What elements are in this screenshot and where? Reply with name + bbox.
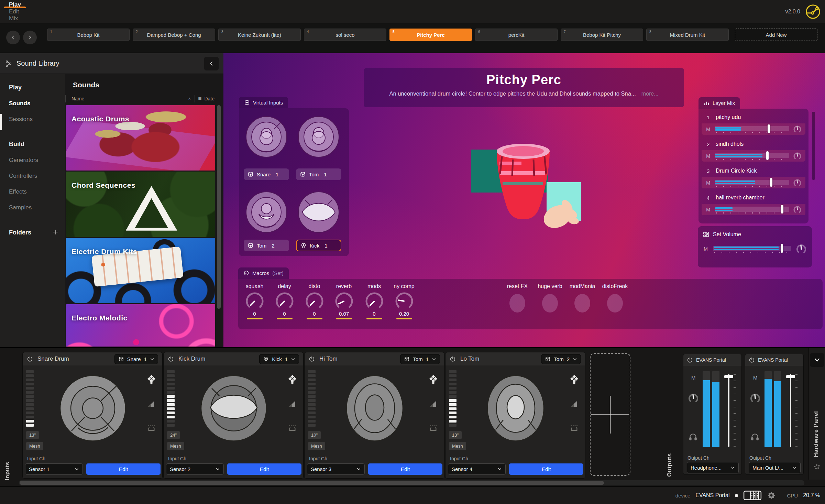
drum-rim-icon[interactable]: [429, 424, 438, 433]
collapse-sidebar-button[interactable]: [204, 57, 219, 70]
layer-header[interactable]: 2 sindh dhols: [702, 138, 805, 150]
pan-knob[interactable]: [793, 152, 802, 160]
edit-button[interactable]: Edit: [509, 463, 583, 475]
fader-handle[interactable]: [786, 375, 795, 378]
output-fader[interactable]: [724, 371, 736, 448]
sound-card[interactable]: Electric Drum Kits: [66, 238, 215, 303]
sound-card[interactable]: Chord Sequences: [66, 172, 215, 237]
mute-button[interactable]: M: [691, 375, 696, 381]
preset-slot[interactable]: 6 percKit: [475, 29, 558, 41]
virtual-pad-label[interactable]: Tom 2: [244, 240, 289, 251]
virtual-pad[interactable]: [297, 191, 340, 233]
layer-header[interactable]: 3 Drum Circle Kick: [702, 165, 805, 177]
preset-slot[interactable]: 5 Pitchy Perc: [389, 29, 472, 41]
top-tab[interactable]: Mix: [0, 15, 30, 22]
next-preset-button[interactable]: [23, 31, 37, 44]
layer-mix-scrollbar[interactable]: [812, 112, 815, 180]
sort-by-date[interactable]: Date: [204, 96, 214, 101]
pan-knob[interactable]: [688, 393, 699, 404]
virtual-pad[interactable]: [297, 116, 340, 158]
add-folder-icon[interactable]: [53, 229, 58, 235]
drum-pad-graphic[interactable]: [340, 373, 409, 444]
macro-button[interactable]: [542, 294, 558, 313]
preset-slot[interactable]: 4 sol seco: [304, 29, 386, 41]
input-assign-dropdown[interactable]: Kick 1: [259, 354, 299, 364]
set-volume-slider[interactable]: [713, 245, 791, 253]
sensor-select[interactable]: Sensor 3: [307, 463, 365, 475]
pan-knob[interactable]: [793, 205, 802, 214]
macros-tab[interactable]: Macros (Set): [238, 267, 289, 279]
device-icon[interactable]: [743, 491, 762, 500]
sunhouse-logo-icon[interactable]: [805, 4, 821, 20]
layer-mix-tab[interactable]: Layer Mix: [698, 97, 740, 109]
preset-slot[interactable]: 8 Mixed Drum Kit: [646, 29, 729, 41]
macro-button[interactable]: [574, 294, 590, 313]
sensitivity-icon[interactable]: [429, 399, 438, 409]
training-diamonds-icon[interactable]: [288, 375, 297, 384]
power-icon[interactable]: [450, 356, 456, 362]
mute-button[interactable]: M: [753, 375, 758, 381]
top-tab[interactable]: Play: [0, 1, 30, 8]
pan-knob[interactable]: [750, 393, 761, 404]
mute-button[interactable]: M: [705, 180, 711, 186]
edit-button[interactable]: Edit: [227, 463, 301, 475]
virtual-pad-label[interactable]: Tom 1: [296, 168, 341, 180]
mute-button[interactable]: M: [705, 207, 711, 212]
power-icon[interactable]: [749, 357, 755, 363]
input-assign-dropdown[interactable]: Tom 1: [400, 354, 440, 364]
mute-button[interactable]: M: [703, 246, 708, 252]
output-fader[interactable]: [786, 371, 798, 448]
edit-button[interactable]: Edit: [368, 463, 442, 475]
fader-handle[interactable]: [724, 375, 733, 378]
macro-knob[interactable]: [275, 292, 294, 311]
drum-rim-icon[interactable]: [570, 424, 579, 433]
drum-rim-icon[interactable]: [147, 424, 156, 433]
macro-knob[interactable]: [305, 292, 324, 311]
power-icon[interactable]: [168, 356, 174, 362]
layer-header[interactable]: 4 hall reverb chamber: [702, 191, 805, 204]
library-nav-item[interactable]: Samples: [0, 200, 65, 216]
volume-knob[interactable]: [796, 243, 807, 254]
layer-level-slider[interactable]: [715, 179, 789, 187]
prev-preset-button[interactable]: [6, 31, 20, 44]
output-channel-select[interactable]: Headphone...: [687, 462, 739, 473]
power-icon[interactable]: [309, 356, 315, 362]
preset-slot[interactable]: 2 Damped Bebop + Cong: [133, 29, 215, 41]
sound-card[interactable]: Acoustic Drums: [66, 105, 215, 171]
macro-knob[interactable]: [334, 292, 354, 311]
sensor-select[interactable]: Sensor 4: [448, 463, 506, 475]
output-channel-select[interactable]: Main Out L/...: [749, 462, 801, 473]
virtual-pad[interactable]: [245, 191, 288, 233]
sensitivity-icon[interactable]: [147, 399, 156, 409]
power-icon[interactable]: [687, 357, 693, 363]
macro-knob[interactable]: [395, 292, 414, 311]
headphones-icon[interactable]: [688, 432, 698, 441]
drum-pad-graphic[interactable]: [481, 373, 550, 444]
drum-pad-graphic[interactable]: [58, 373, 127, 444]
virtual-pad-label[interactable]: Kick 1: [296, 240, 341, 251]
library-nav-item[interactable]: Generators: [0, 152, 65, 168]
mute-button[interactable]: M: [705, 153, 711, 159]
layer-level-slider[interactable]: [715, 206, 789, 213]
library-nav-item[interactable]: Folders: [0, 224, 65, 241]
macro-button[interactable]: [509, 294, 525, 313]
training-diamonds-icon[interactable]: [147, 375, 156, 384]
training-diamonds-icon[interactable]: [429, 375, 438, 384]
headphones-icon[interactable]: [750, 432, 760, 441]
macro-knob[interactable]: [365, 292, 384, 311]
drum-rim-icon[interactable]: [288, 424, 297, 433]
library-nav-item[interactable]: Effects: [0, 184, 65, 200]
library-nav-item[interactable]: Sounds: [0, 96, 65, 111]
pan-knob[interactable]: [793, 178, 802, 187]
layer-header[interactable]: 1 pitchy udu: [702, 111, 805, 123]
library-nav-item[interactable]: Play: [0, 79, 65, 96]
pan-knob[interactable]: [793, 125, 802, 133]
sound-card[interactable]: Electro Melodic: [66, 304, 215, 347]
sensor-select[interactable]: Sensor 2: [166, 463, 224, 475]
sort-by-name[interactable]: Name∧: [72, 96, 195, 101]
layer-level-slider[interactable]: [715, 152, 789, 160]
horizontal-scrollbar[interactable]: [19, 480, 804, 485]
input-assign-dropdown[interactable]: Snare 1: [114, 354, 158, 364]
top-tab[interactable]: Edit: [0, 8, 30, 15]
virtual-pad[interactable]: [245, 116, 288, 158]
